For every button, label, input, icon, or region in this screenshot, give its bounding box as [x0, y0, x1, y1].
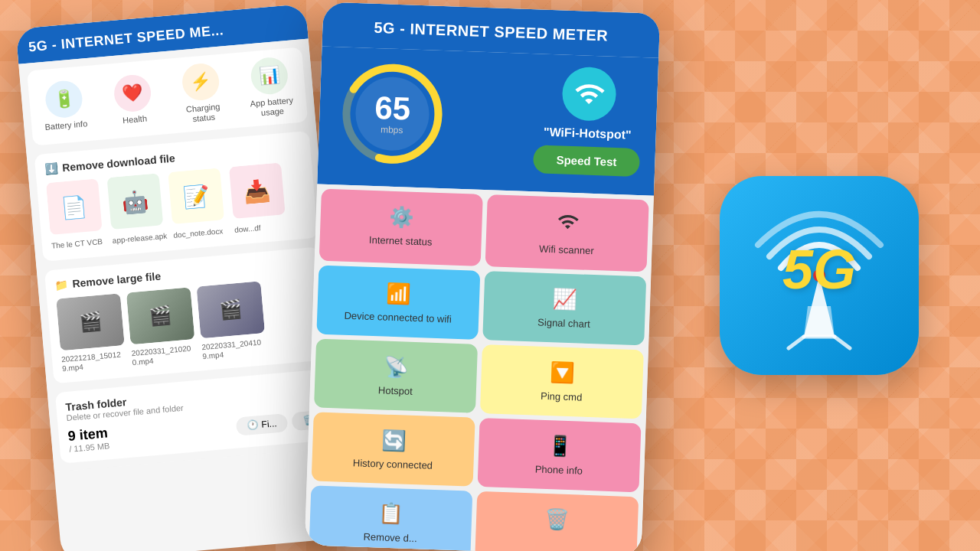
history-connected-icon: 🔄: [381, 429, 407, 453]
speed-section: 65 mbps "WiFi-Hotspot" Speed Test: [317, 47, 658, 196]
app-icon-container: 5G: [720, 176, 919, 375]
download-files: 📄 The le CT VCB 🤖 app-release.apk 📝 doc_…: [46, 161, 309, 252]
phone-right: 5G - INTERNET SPEED METER 65 mbps: [305, 2, 661, 551]
charging-status-label: Charging status: [176, 101, 231, 126]
health-item[interactable]: ❤️ Health: [104, 73, 162, 127]
hotspot-item[interactable]: 📡 Hotspot: [314, 338, 478, 412]
trash-btn-1-label: Fi...: [261, 418, 277, 430]
ping-cmd-label: Ping cmd: [541, 390, 583, 403]
file-item-0[interactable]: 📄 The le CT VCB: [46, 178, 107, 252]
health-icon: ❤️: [113, 73, 152, 112]
app-icon: 5G: [720, 176, 919, 375]
battery-info-icon: 🔋: [44, 79, 83, 119]
phone-info-item[interactable]: 📱 Phone info: [478, 418, 642, 492]
device-connected-label: Device connected to wifi: [344, 310, 452, 325]
video-preview-1: 🎬: [126, 288, 195, 345]
battery-info-label: Battery info: [44, 119, 88, 132]
wifi-icon: [573, 78, 604, 109]
file-icon-2: 📝: [168, 168, 224, 225]
video-thumb-0[interactable]: 🎬: [56, 294, 125, 351]
speed-number: 65: [374, 92, 411, 126]
battery-info-item[interactable]: 🔋 Battery info: [35, 78, 93, 132]
file-name-3: dow...df: [234, 223, 261, 234]
video-name-2: 20220331_204109.mp4: [201, 337, 267, 361]
clock-icon: 🕐: [247, 419, 259, 431]
charging-status-icon: ⚡: [181, 62, 220, 102]
video-thumb-2[interactable]: 🎬: [196, 282, 265, 339]
app-battery-item[interactable]: 📊 App battery usage: [241, 55, 300, 119]
app-battery-icon: 📊: [250, 56, 289, 96]
history-connected-item[interactable]: 🔄 History connected: [312, 412, 475, 486]
speed-test-btn-label: Speed Test: [556, 153, 616, 168]
health-label: Health: [122, 113, 148, 126]
file-item-1[interactable]: 🤖 app-release.apk: [107, 173, 168, 246]
phone-left: 5G - INTERNET SPEED ME... 🔋 Battery info…: [15, 4, 352, 551]
file-item-3[interactable]: 📥 dow...df: [229, 162, 290, 236]
wifi-icon-circle: [561, 66, 616, 121]
signal-chart-item[interactable]: 📈 Signal chart: [482, 271, 646, 345]
trash-count-block: 9 item / 11.95 MB: [67, 425, 110, 455]
internet-status-icon: ⚙️: [389, 205, 414, 230]
download-title-text: Remove download file: [62, 152, 176, 174]
video-name-1: 20220331_210200.mp4: [131, 344, 197, 367]
wifi-scanner-icon: [556, 210, 578, 238]
download-section: ⬇️ Remove download file 📄 The le CT VCB …: [34, 131, 318, 262]
hotspot-icon: 📡: [384, 355, 409, 380]
file-name-1: app-release.apk: [112, 232, 167, 245]
file-icon-1: 🤖: [107, 174, 164, 230]
download-icon: ⬇️: [44, 162, 58, 175]
file-icon-0: 📄: [46, 179, 103, 236]
speed-unit: mbps: [381, 124, 403, 135]
remove-trash-icon: 🗑️: [544, 507, 570, 532]
file-name-2: doc_note.docx: [173, 227, 224, 240]
app-battery-label: App battery usage: [244, 95, 299, 119]
left-phone-body: 🔋 Battery info ❤️ Health ⚡ Charging stat…: [18, 39, 344, 472]
video-thumb-1[interactable]: 🎬: [126, 288, 195, 345]
remove-download-label: Remove d...: [363, 531, 417, 544]
svg-line-7: [835, 337, 850, 348]
file-name-0: The le CT VCB: [51, 237, 103, 250]
wifi-scanner-label: Wifi scanner: [539, 243, 594, 256]
speed-value-container: 65 mbps: [333, 54, 452, 173]
fiveg-text: 5G: [782, 238, 856, 301]
file-item-2[interactable]: 📝 doc_note.docx: [168, 168, 229, 241]
device-connected-icon: 📶: [386, 282, 411, 306]
internet-status-label: Internet status: [369, 234, 433, 248]
phone-info-icon: 📱: [547, 434, 572, 458]
device-connected-item[interactable]: 📶 Device connected to wifi: [316, 266, 480, 340]
speed-test-button[interactable]: Speed Test: [533, 145, 640, 177]
folder-icon: 📁: [54, 279, 68, 292]
phone-info-label: Phone info: [535, 464, 583, 477]
file-icon-3: 📥: [229, 163, 286, 220]
svg-line-6: [789, 337, 804, 348]
history-connected-label: History connected: [353, 457, 433, 471]
ping-cmd-icon: 🔽: [550, 360, 575, 385]
internet-status-item[interactable]: ⚙️ Internet status: [319, 189, 483, 266]
trash-filter-btn[interactable]: 🕐 Fi...: [236, 413, 289, 436]
svg-marker-4: [804, 306, 835, 337]
wifi-name: "WiFi-Hotspot": [544, 125, 632, 142]
wifi-info: "WiFi-Hotspot" Speed Test: [533, 65, 643, 177]
video-name-0: 20221218_150129.mp4: [61, 350, 127, 373]
signal-chart-label: Signal chart: [537, 317, 590, 330]
ping-cmd-item[interactable]: 🔽 Ping cmd: [480, 344, 644, 419]
remove-download-item[interactable]: 📋 Remove d...: [309, 485, 472, 551]
remove-download-icon: 📋: [378, 501, 403, 526]
signal-chart-icon: 📈: [552, 287, 577, 311]
hotspot-label: Hotspot: [378, 384, 413, 397]
right-header-title: 5G - INTERNET SPEED METER: [374, 19, 608, 44]
large-file-title-text: Remove large file: [72, 270, 162, 290]
trash-section: Trash folder Delete or recover file and …: [55, 369, 336, 464]
charging-status-item[interactable]: ⚡ Charging status: [172, 61, 231, 126]
speedometer: 65 mbps: [333, 54, 452, 173]
wifi-scanner-item[interactable]: Wifi scanner: [485, 194, 649, 272]
video-preview-2: 🎬: [196, 282, 265, 339]
remove-trash-item[interactable]: 🗑️: [475, 491, 639, 551]
large-file-section: 📁 Remove large file 🎬 🎬 🎬 20221218_15012…: [44, 247, 329, 384]
video-preview-0: 🎬: [56, 294, 125, 351]
feature-grid: ⚙️ Internet status Wifi scanner 📶 Device…: [305, 184, 654, 551]
feature-icons-row: 🔋 Battery info ❤️ Health ⚡ Charging stat…: [27, 47, 308, 145]
